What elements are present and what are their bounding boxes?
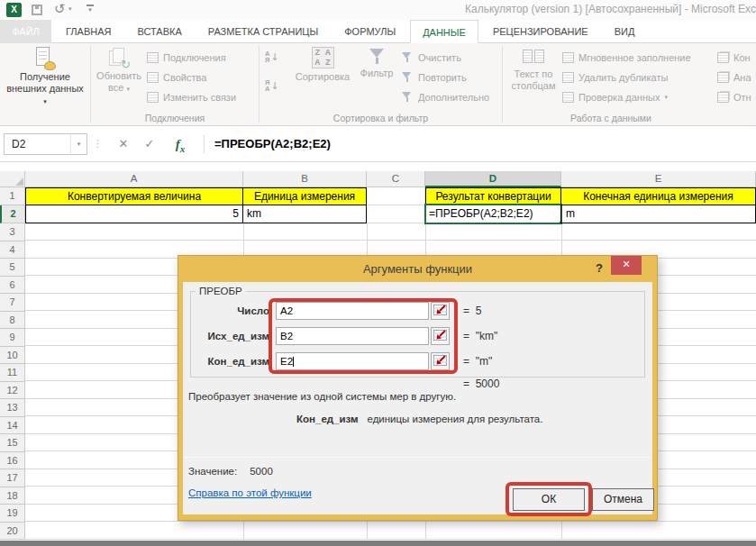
undo-icon[interactable]: ↺ [54,1,66,17]
arg1-range-selector-icon[interactable] [431,302,450,320]
arg2-label: Исх_ед_изм [183,327,269,345]
refresh-line1: Обновить [95,70,143,82]
cell-b2[interactable]: km [242,205,367,223]
name-box-value: D2 [12,138,25,150]
tab-page-layout[interactable]: РАЗМЕТКА СТРАНИЦЫ [196,20,330,43]
row-header[interactable]: 18 [0,487,25,505]
column-header-b[interactable]: B [243,171,367,187]
column-header-e[interactable]: E [561,171,756,187]
cell-b1[interactable]: Единица измерения [242,187,367,205]
advanced-filter-button[interactable]: Дополнительно [402,87,489,106]
cell-c1[interactable] [367,187,425,205]
row-header[interactable]: 15 [0,434,25,452]
relationships-button[interactable]: Отн [717,87,751,106]
row-header[interactable]: 7 [0,294,25,312]
cell-a2[interactable]: 5 [25,205,243,223]
get-external-data-button[interactable]: Получение внешних данных ▾ [4,47,87,107]
connections-button[interactable]: Подключения [147,48,226,67]
arg3-input[interactable]: E2 [276,352,429,370]
cell-c2[interactable] [367,205,425,223]
row-header[interactable]: 8 [0,312,25,330]
name-box-dropdown-icon[interactable]: ▾ [70,134,87,154]
tab-view[interactable]: ВИД [603,20,647,43]
row-header[interactable]: 16 [0,452,25,470]
arg1-input[interactable]: A2 [276,302,429,320]
sort-ascending-button[interactable]: АЯ ↓ [265,50,279,63]
tab-insert[interactable]: ВСТАВКА [125,20,193,43]
row-header[interactable]: 5 [0,259,25,277]
row-header[interactable]: 20 [0,523,25,541]
dialog-help-icon[interactable]: ? [596,256,603,282]
row-header[interactable]: 6 [0,277,25,295]
properties-button[interactable]: Свойства [147,68,206,86]
dialog-title[interactable]: Аргументы функции [178,256,657,282]
row-header[interactable]: 11 [0,364,25,382]
data-validation-label-text: Проверка данных [578,92,660,103]
ok-button[interactable]: ОК [513,488,585,511]
filter-button[interactable]: Фильтр [355,49,398,79]
arg3-result: = "m" [463,352,492,370]
ttc-line2: столбцам [508,80,559,92]
save-icon[interactable] [32,5,42,15]
select-all-corner[interactable] [0,171,25,187]
tab-file[interactable]: ФАЙЛ [0,20,51,43]
column-header-a[interactable]: A [25,171,243,187]
arg3-range-selector-icon[interactable] [431,352,450,370]
get-external-line2: внешних данных ▾ [4,83,87,107]
arg2-input[interactable]: B2 [276,327,429,345]
customize-quick-access-icon[interactable]: ▾ [86,5,95,12]
row-header[interactable]: 9 [0,329,25,347]
cancel-button[interactable]: Отмена [592,488,654,511]
tab-data-active[interactable]: ДАННЫЕ [410,20,478,43]
tab-formulas[interactable]: ФОРМУЛЫ [332,20,407,43]
remove-duplicates-button[interactable]: Удалить дубликаты [562,68,668,86]
insert-function-icon[interactable]: fx [166,133,195,155]
cell-a1[interactable]: Конвертируемая величина [25,187,243,205]
sort-button[interactable]: ZA AZ Сортировка [292,47,353,83]
dialog-body: ПРЕОБР Число A2 = 5 Исх_ед_изм B2 = "km"… [183,282,652,514]
cell-d1[interactable]: Результат конвертации [425,187,561,205]
dialog-close-icon[interactable]: ✕ [611,256,642,275]
arg2-range-selector-icon[interactable] [431,327,450,345]
cell-e1[interactable]: Конечная единица измерения [560,187,756,205]
row-header[interactable]: 13 [0,399,25,417]
column-header-c[interactable]: C [367,171,425,187]
cut-column: Кон Ана Отн [717,43,756,106]
row-header[interactable]: 4 [0,241,25,259]
what-if-analysis-button[interactable]: Ана [717,68,751,86]
formula-bar-resize-dots[interactable]: ⋮ [93,133,103,155]
column-header-d-selected[interactable]: D [425,171,561,187]
row-header-2-selected[interactable]: 2 [0,205,25,223]
reapply-filter-button[interactable]: Повторить [402,68,467,86]
data-validation-button[interactable]: Проверка данных ▾ [562,87,668,106]
row-header[interactable]: 19 [0,505,25,523]
row-header[interactable]: 10 [0,347,25,365]
properties-icon [147,72,159,83]
sort-descending-button[interactable]: ЯА ↓ [265,79,279,92]
enter-entry-icon[interactable]: ✓ [137,133,162,155]
row-header-1[interactable]: 1 [0,187,25,205]
help-link[interactable]: Справка по этой функции [188,487,312,498]
cancel-entry-icon[interactable]: ✕ [112,133,135,155]
cell-e2[interactable]: m [560,205,756,223]
undo-dropdown-icon[interactable]: ▾ [68,5,72,13]
row-header[interactable]: 17 [0,469,25,487]
name-box[interactable]: D2 ▾ [4,133,87,155]
cell-d2-active[interactable]: =ПРЕОБР(A2;B2;E2) [424,204,562,224]
row-header[interactable]: 12 [0,382,25,400]
formula-input[interactable]: =ПРЕОБР(A2;B2;E2) [214,126,331,162]
what-if-label-text: Ана [733,72,751,83]
text-to-columns-button[interactable]: Текст по столбцам [508,47,559,92]
connections-icon [147,52,159,63]
connections-label-text: Подключения [163,52,226,63]
edit-links-button[interactable]: Изменить связи [147,87,236,106]
tab-review[interactable]: РЕЦЕНЗИРОВАНИЕ [481,20,600,43]
consolidate-button[interactable]: Кон [717,48,751,67]
clear-filter-button[interactable]: Очистить [402,48,461,67]
row-header[interactable]: 3 [0,223,25,241]
refresh-all-button[interactable]: ↻ Обновить все ▾ [95,47,143,95]
chevron-down-icon: ▾ [86,8,95,12]
tab-home[interactable]: ГЛАВНАЯ [54,20,123,43]
row-header[interactable]: 14 [0,417,25,435]
flash-fill-button[interactable]: Мгновенное заполнение [562,48,691,67]
